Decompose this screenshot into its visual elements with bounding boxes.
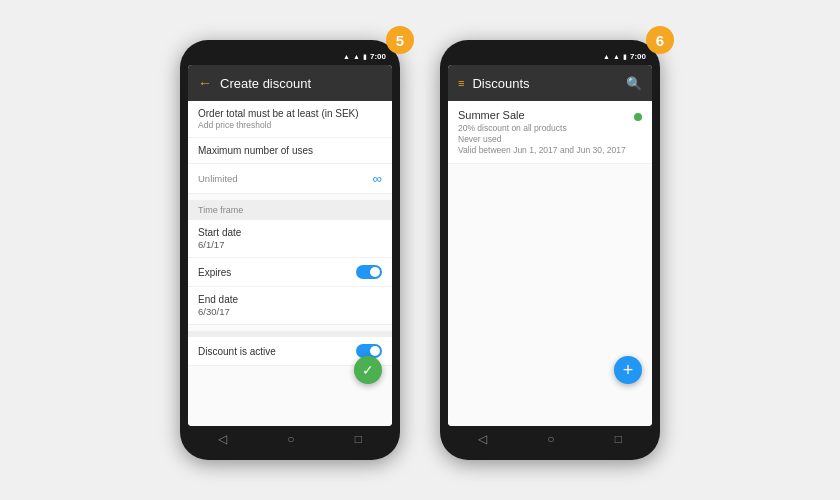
- phone-2-app-bar: ≡ Discounts 🔍: [448, 65, 652, 101]
- start-date-value: 6/1/17: [198, 239, 382, 250]
- phone-2-wrapper: 6 ▲ ▲ ▮ 7:00 ≡ Discounts 🔍 Summer Sale: [440, 40, 660, 460]
- hamburger-icon[interactable]: ≡: [458, 78, 464, 89]
- back-nav-btn-2[interactable]: ◁: [478, 432, 487, 446]
- battery-icon-2: ▮: [623, 53, 627, 61]
- end-date-item[interactable]: End date 6/30/17: [188, 287, 392, 325]
- recent-nav-btn-2[interactable]: □: [615, 432, 622, 446]
- discount-item-content: Summer Sale 20% discount on all products…: [458, 109, 628, 155]
- phone-2-status-bar: ▲ ▲ ▮ 7:00: [448, 52, 652, 65]
- wifi-icon-2: ▲: [603, 53, 610, 60]
- phone-1-status-bar: ▲ ▲ ▮ 7:00: [188, 52, 392, 65]
- infinity-icon: ∞: [373, 171, 382, 186]
- end-date-label: End date: [198, 294, 382, 305]
- phone-1-nav-bar: ◁ ○ □: [188, 426, 392, 448]
- signal-icon: ▲: [353, 53, 360, 60]
- max-uses-row[interactable]: Maximum number of uses: [188, 138, 392, 164]
- order-total-label: Order total must be at least (in SEK): [198, 108, 382, 119]
- list-item[interactable]: Summer Sale 20% discount on all products…: [448, 101, 652, 164]
- discount-desc-3: Valid between Jun 1, 2017 and Jun 30, 20…: [458, 145, 628, 155]
- expires-row[interactable]: Expires: [188, 258, 392, 287]
- home-nav-btn-1[interactable]: ○: [287, 432, 294, 446]
- save-fab-button[interactable]: ✓: [354, 356, 382, 384]
- back-nav-btn-1[interactable]: ◁: [218, 432, 227, 446]
- phone-2-badge: 6: [646, 26, 674, 54]
- max-uses-label: Maximum number of uses: [198, 145, 313, 156]
- start-date-item[interactable]: Start date 6/1/17: [188, 220, 392, 258]
- status-icons-2: ▲ ▲ ▮ 7:00: [603, 52, 646, 61]
- phone-2-screen: ≡ Discounts 🔍 Summer Sale 20% discount o…: [448, 65, 652, 426]
- phone-1-wrapper: 5 ▲ ▲ ▮ 7:00 ← Create discount Order tot…: [180, 40, 400, 460]
- phone-1-screen: ← Create discount Order total must be at…: [188, 65, 392, 426]
- discount-active-label: Discount is active: [198, 346, 276, 357]
- wifi-icon: ▲: [343, 53, 350, 60]
- home-nav-btn-2[interactable]: ○: [547, 432, 554, 446]
- phone-1-app-bar: ← Create discount: [188, 65, 392, 101]
- discount-desc-2: Never used: [458, 134, 628, 144]
- add-discount-fab[interactable]: +: [614, 356, 642, 384]
- app-bar-title-1: Create discount: [220, 76, 382, 91]
- phone-1-badge: 5: [386, 26, 414, 54]
- phone-2: ▲ ▲ ▮ 7:00 ≡ Discounts 🔍 Summer Sale 20%…: [440, 40, 660, 460]
- order-total-section: Order total must be at least (in SEK) Ad…: [188, 101, 392, 194]
- status-icons-1: ▲ ▲ ▮ 7:00: [343, 52, 386, 61]
- phone-1: ▲ ▲ ▮ 7:00 ← Create discount Order total…: [180, 40, 400, 460]
- discount-desc-1: 20% discount on all products: [458, 123, 628, 133]
- start-date-label: Start date: [198, 227, 382, 238]
- phone-2-content: Summer Sale 20% discount on all products…: [448, 101, 652, 426]
- expires-label: Expires: [198, 267, 231, 278]
- signal-icon-2: ▲: [613, 53, 620, 60]
- phone-2-nav-bar: ◁ ○ □: [448, 426, 652, 448]
- app-bar-title-2: Discounts: [472, 76, 618, 91]
- recent-nav-btn-1[interactable]: □: [355, 432, 362, 446]
- time-frame-header: Time frame: [188, 200, 392, 220]
- phone-1-content: Order total must be at least (in SEK) Ad…: [188, 101, 392, 426]
- max-uses-value: Unlimited: [198, 173, 238, 184]
- back-icon-1[interactable]: ←: [198, 75, 212, 91]
- discount-name: Summer Sale: [458, 109, 628, 121]
- order-total-item: Order total must be at least (in SEK) Ad…: [188, 101, 392, 138]
- time-display-1: 7:00: [370, 52, 386, 61]
- battery-icon: ▮: [363, 53, 367, 61]
- end-date-value: 6/30/17: [198, 306, 382, 317]
- dates-section: Start date 6/1/17 Expires End date 6/30/…: [188, 220, 392, 325]
- time-display-2: 7:00: [630, 52, 646, 61]
- search-icon[interactable]: 🔍: [626, 76, 642, 91]
- expires-toggle[interactable]: [356, 265, 382, 279]
- active-indicator: [634, 113, 642, 121]
- order-total-sub: Add price threshold: [198, 120, 382, 130]
- max-uses-value-row[interactable]: Unlimited ∞: [188, 164, 392, 194]
